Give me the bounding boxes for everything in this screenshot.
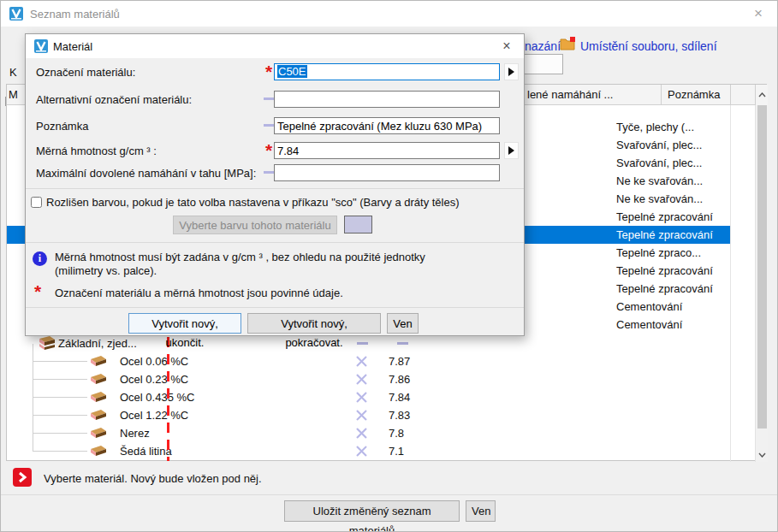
material-bar-icon xyxy=(87,391,108,403)
red-guide-line xyxy=(167,337,169,461)
scrollbar-thumb[interactable] xyxy=(757,105,767,429)
footer-divider xyxy=(1,494,777,495)
tree-connector xyxy=(33,415,87,416)
x-mark-icon xyxy=(356,392,367,403)
material-bar-icon xyxy=(87,445,108,457)
header-separator xyxy=(730,85,731,105)
dash-icon xyxy=(397,342,408,345)
density-value: 7.83 xyxy=(389,406,410,424)
material-bar-icon xyxy=(87,373,108,385)
tree-connector xyxy=(33,379,87,380)
pick-color-button[interactable]: Vyberte barvu tohoto materiálu xyxy=(173,216,337,234)
left-text-fragment: K xyxy=(9,66,17,79)
density-value: 7.1 xyxy=(389,442,404,460)
material-stack-icon xyxy=(36,336,56,351)
color-swatch[interactable] xyxy=(344,216,372,233)
tree-root-label: Základní, zjed... xyxy=(58,334,137,352)
density-picker-button[interactable] xyxy=(504,142,519,159)
material-bar-icon xyxy=(87,409,108,421)
info-text-line2: (milimetry vs. palce). xyxy=(55,264,157,277)
header-poznamka[interactable]: Poznámka xyxy=(668,88,720,101)
app-logo-icon xyxy=(34,39,48,53)
designation-input[interactable]: C50E xyxy=(274,63,500,80)
dialog-titlebar: Materiál × xyxy=(26,34,524,58)
app-logo-icon xyxy=(9,7,23,21)
alt-designation-input[interactable] xyxy=(274,91,500,108)
tree-item-row[interactable]: Ocel 0.435 %C 7.84 xyxy=(7,388,730,406)
color-distinguish-checkbox[interactable] xyxy=(31,197,42,208)
note-input[interactable] xyxy=(274,117,500,134)
header-separator xyxy=(661,85,662,105)
tree-item-row[interactable]: Nerez 7.8 xyxy=(7,424,730,442)
tree-item-label: Ocel 1.22 %C xyxy=(120,406,188,424)
material-dialog: Materiál × Označení materiálu: * C50E Al… xyxy=(25,33,525,336)
tree-item-row[interactable]: Šedá litina 7.1 xyxy=(7,442,730,460)
window-close-icon[interactable]: × xyxy=(748,3,769,24)
exit-button[interactable]: Ven xyxy=(466,500,496,522)
density-value: 7.8 xyxy=(389,424,404,442)
tree-item-label: Ocel 0.435 %C xyxy=(120,388,194,406)
tree-item-label: Šedá litina xyxy=(120,442,172,460)
x-mark-icon xyxy=(356,374,367,385)
field-label-designation: Označení materiálu: xyxy=(36,66,135,79)
tree-connector xyxy=(33,451,87,452)
density-value: 7.84 xyxy=(389,388,410,406)
tree-item-label: Ocel 0.23 %C xyxy=(120,370,188,388)
density-input[interactable] xyxy=(274,142,500,159)
info-icon: i xyxy=(33,251,47,266)
play-arrow-icon xyxy=(508,68,514,76)
tree-item-label: Ocel 0.06 %C xyxy=(120,352,188,370)
toolbar-field-fragment[interactable] xyxy=(525,54,563,74)
save-list-button[interactable]: Uložit změněný seznam materiálů xyxy=(284,500,460,522)
material-bar-icon xyxy=(87,355,108,367)
tree-connector xyxy=(33,433,87,434)
field-label-density: Měrná hmotnost g/cm ³ : xyxy=(36,145,157,157)
dialog-divider xyxy=(26,188,524,189)
folder-icon xyxy=(560,37,576,50)
material-bar-icon xyxy=(87,427,108,439)
dash-icon xyxy=(357,342,368,345)
tree-item-row[interactable]: Ocel 0.06 %C 7.87 xyxy=(7,352,730,370)
x-mark-icon xyxy=(356,356,367,367)
window-titlebar: Seznam materiálů × xyxy=(1,1,777,27)
tree-root-row[interactable]: Základní, zjed... xyxy=(7,334,730,352)
tree-item-row[interactable]: Ocel 1.22 %C 7.83 xyxy=(7,406,730,424)
dialog-divider xyxy=(26,242,524,243)
designation-picker-button[interactable] xyxy=(504,63,519,80)
tree-item-label: Nerez xyxy=(120,424,150,442)
required-note-text: Označení materiálu a měrná hmotnost jsou… xyxy=(55,287,343,299)
header-namahani[interactable]: lené namáhání ... xyxy=(527,88,613,101)
dialog-close-icon[interactable]: × xyxy=(496,36,517,56)
field-label-max-stress: Maximální dovolené namáhání v tahu [MPa]… xyxy=(36,167,256,180)
scroll-up-button[interactable] xyxy=(755,85,768,105)
field-label-note: Poznámka xyxy=(36,120,88,133)
tree-connector xyxy=(33,397,87,398)
density-value: 7.87 xyxy=(389,352,410,370)
density-value: 7.86 xyxy=(389,370,410,388)
create-new-exit-button[interactable]: Vytvořit nový, ukončit. xyxy=(128,313,241,334)
color-distinguish-label: Rozlišen barvou, pokud je tato volba nas… xyxy=(46,196,460,209)
tree-item-row[interactable]: Ocel 0.23 %C 7.86 xyxy=(7,370,730,388)
file-location-label[interactable]: Umístění souboru, sdílení xyxy=(580,39,717,53)
header-material-fragment: M xyxy=(9,88,18,101)
scrollbar[interactable] xyxy=(755,105,768,462)
dialog-title: Materiál xyxy=(53,40,92,53)
status-message: Vyberte materiál. Nový bude vložen pod n… xyxy=(44,472,262,485)
column-line xyxy=(730,105,731,462)
chevron-up-icon xyxy=(758,92,766,98)
dialog-divider xyxy=(26,307,524,308)
create-new-continue-button[interactable]: Vytvořit nový, pokračovat. xyxy=(247,313,381,334)
window-title: Seznam materiálů xyxy=(30,8,120,21)
field-label-alt-designation: Alternativní označení materiálu: xyxy=(36,93,192,106)
status-arrow-icon xyxy=(13,468,32,487)
x-mark-icon xyxy=(356,446,367,457)
tree-connector xyxy=(33,361,87,362)
smazani-label-fragment[interactable]: nazání xyxy=(525,39,561,53)
scroll-down-button[interactable] xyxy=(756,448,769,462)
dialog-exit-button[interactable]: Ven xyxy=(387,313,419,334)
materials-window: Seznam materiálů × nazání Umístění soubo… xyxy=(0,0,778,532)
max-stress-input[interactable] xyxy=(274,164,500,181)
required-icon: * xyxy=(34,285,41,299)
play-arrow-icon xyxy=(508,146,514,155)
x-mark-icon xyxy=(356,428,367,439)
